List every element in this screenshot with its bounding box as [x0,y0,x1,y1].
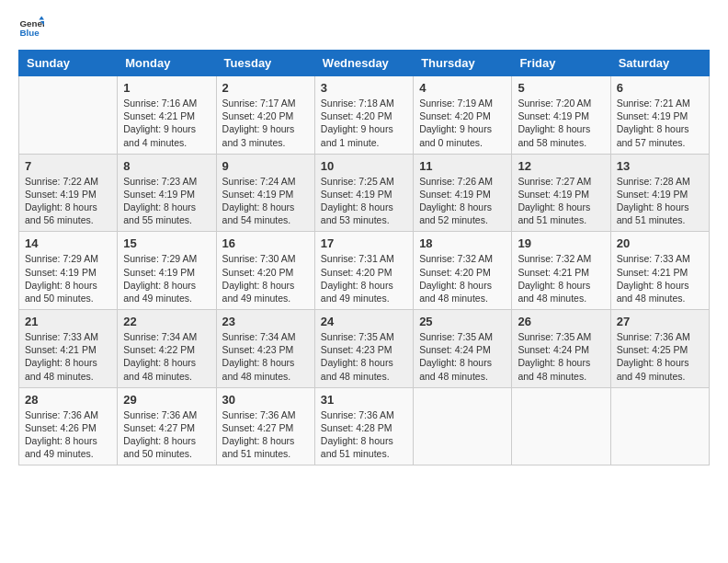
day-number: 27 [617,315,703,328]
day-number: 13 [617,159,703,173]
calendar-header-monday: Monday [118,51,216,76]
day-number: 29 [123,393,210,407]
logo-icon: General Blue [18,15,44,40]
sunrise-text: Sunrise: 7:35 AM [518,330,604,343]
daylight-text: Daylight: 8 hours and 51 minutes. [222,434,309,460]
daylight-text: Daylight: 8 hours and 51 minutes. [518,201,604,226]
calendar-cell: 14Sunrise: 7:29 AMSunset: 4:19 PMDayligh… [19,232,118,310]
day-number: 2 [222,81,309,95]
day-number: 23 [222,315,309,328]
day-number: 18 [419,236,506,250]
calendar-header-tuesday: Tuesday [216,51,314,76]
calendar-cell: 30Sunrise: 7:36 AMSunset: 4:27 PMDayligh… [216,387,314,465]
calendar-cell: 3Sunrise: 7:18 AMSunset: 4:20 PMDaylight… [314,76,413,155]
daylight-text: Daylight: 8 hours and 49 minutes. [617,356,703,382]
sunrise-text: Sunrise: 7:17 AM [222,97,309,109]
calendar-cell: 27Sunrise: 7:36 AMSunset: 4:25 PMDayligh… [610,310,709,388]
sunset-text: Sunset: 4:19 PM [25,266,111,279]
calendar-week-row: 1Sunrise: 7:16 AMSunset: 4:21 PMDaylight… [19,76,710,155]
daylight-text: Daylight: 9 hours and 4 minutes. [123,122,210,148]
calendar-cell [610,387,709,465]
sunrise-text: Sunrise: 7:19 AM [419,97,506,109]
sunrise-text: Sunrise: 7:34 AM [123,330,210,343]
day-number: 3 [321,81,407,95]
calendar-cell [512,387,610,465]
day-number: 14 [25,236,111,250]
calendar-header-thursday: Thursday [414,51,512,76]
sunset-text: Sunset: 4:20 PM [419,109,506,122]
daylight-text: Daylight: 8 hours and 51 minutes. [321,434,407,460]
sunrise-text: Sunrise: 7:20 AM [518,97,604,109]
sunset-text: Sunset: 4:20 PM [222,109,309,122]
sunrise-text: Sunrise: 7:26 AM [419,175,506,188]
daylight-text: Daylight: 8 hours and 48 minutes. [518,279,604,304]
daylight-text: Daylight: 9 hours and 3 minutes. [222,122,309,148]
calendar-week-row: 7Sunrise: 7:22 AMSunset: 4:19 PMDaylight… [19,154,710,232]
calendar-cell: 7Sunrise: 7:22 AMSunset: 4:19 PMDaylight… [19,154,118,232]
calendar-cell: 24Sunrise: 7:35 AMSunset: 4:23 PMDayligh… [314,310,413,388]
sunrise-text: Sunrise: 7:27 AM [518,175,604,188]
sunset-text: Sunset: 4:27 PM [123,421,210,434]
calendar-cell: 4Sunrise: 7:19 AMSunset: 4:20 PMDaylight… [414,76,512,155]
sunrise-text: Sunrise: 7:36 AM [321,408,407,421]
calendar-header-friday: Friday [512,51,610,76]
sunrise-text: Sunrise: 7:23 AM [123,175,210,188]
daylight-text: Daylight: 8 hours and 56 minutes. [25,201,111,226]
sunset-text: Sunset: 4:23 PM [222,343,309,356]
daylight-text: Daylight: 8 hours and 48 minutes. [419,279,506,304]
day-number: 7 [25,159,111,173]
sunrise-text: Sunrise: 7:35 AM [419,330,506,343]
sunset-text: Sunset: 4:23 PM [321,343,407,356]
sunset-text: Sunset: 4:19 PM [617,188,703,201]
calendar-cell: 22Sunrise: 7:34 AMSunset: 4:22 PMDayligh… [118,310,216,388]
sunset-text: Sunset: 4:24 PM [419,343,506,356]
svg-text:Blue: Blue [19,28,40,38]
sunset-text: Sunset: 4:19 PM [518,188,604,201]
calendar-cell: 6Sunrise: 7:21 AMSunset: 4:19 PMDaylight… [610,76,709,155]
sunset-text: Sunset: 4:27 PM [222,421,309,434]
calendar-cell [414,387,512,465]
sunset-text: Sunset: 4:21 PM [518,266,604,279]
calendar-cell [19,76,118,155]
sunrise-text: Sunrise: 7:32 AM [419,252,506,265]
sunset-text: Sunset: 4:19 PM [419,188,506,201]
day-number: 1 [123,81,210,95]
calendar-cell: 13Sunrise: 7:28 AMSunset: 4:19 PMDayligh… [610,154,709,232]
daylight-text: Daylight: 8 hours and 48 minutes. [25,356,111,382]
daylight-text: Daylight: 8 hours and 50 minutes. [123,434,210,460]
sunrise-text: Sunrise: 7:18 AM [321,97,407,109]
sunset-text: Sunset: 4:19 PM [321,188,407,201]
calendar-cell: 19Sunrise: 7:32 AMSunset: 4:21 PMDayligh… [512,232,610,310]
day-number: 9 [222,159,309,173]
daylight-text: Daylight: 8 hours and 48 minutes. [419,356,506,382]
calendar-cell: 20Sunrise: 7:33 AMSunset: 4:21 PMDayligh… [610,232,709,310]
calendar-cell: 1Sunrise: 7:16 AMSunset: 4:21 PMDaylight… [118,76,216,155]
calendar-table: SundayMondayTuesdayWednesdayThursdayFrid… [18,50,710,465]
day-number: 6 [617,81,703,95]
sunrise-text: Sunrise: 7:25 AM [321,175,407,188]
sunrise-text: Sunrise: 7:32 AM [518,252,604,265]
daylight-text: Daylight: 8 hours and 55 minutes. [123,201,210,226]
daylight-text: Daylight: 8 hours and 48 minutes. [123,356,210,382]
header: General Blue [18,15,710,40]
calendar-header-saturday: Saturday [610,51,709,76]
daylight-text: Daylight: 8 hours and 51 minutes. [617,201,703,226]
daylight-text: Daylight: 8 hours and 48 minutes. [321,356,407,382]
sunset-text: Sunset: 4:28 PM [321,421,407,434]
day-number: 25 [419,315,506,328]
daylight-text: Daylight: 8 hours and 54 minutes. [222,201,309,226]
day-number: 21 [25,315,111,328]
daylight-text: Daylight: 8 hours and 58 minutes. [518,122,604,148]
sunset-text: Sunset: 4:24 PM [518,343,604,356]
sunset-text: Sunset: 4:21 PM [123,109,210,122]
sunset-text: Sunset: 4:19 PM [222,188,309,201]
sunrise-text: Sunrise: 7:28 AM [617,175,703,188]
calendar-cell: 25Sunrise: 7:35 AMSunset: 4:24 PMDayligh… [414,310,512,388]
daylight-text: Daylight: 8 hours and 48 minutes. [518,356,604,382]
calendar-cell: 26Sunrise: 7:35 AMSunset: 4:24 PMDayligh… [512,310,610,388]
sunrise-text: Sunrise: 7:33 AM [617,252,703,265]
sunrise-text: Sunrise: 7:36 AM [222,408,309,421]
calendar-week-row: 28Sunrise: 7:36 AMSunset: 4:26 PMDayligh… [19,387,710,465]
day-number: 15 [123,236,210,250]
calendar-header-wednesday: Wednesday [314,51,413,76]
